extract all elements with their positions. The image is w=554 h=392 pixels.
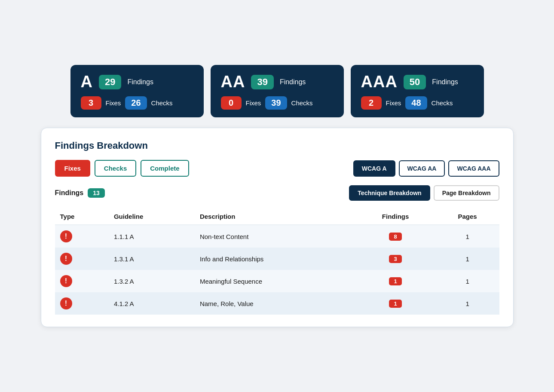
filter-row: Fixes Checks Complete WCAG A WCAG AA WCA… [55,160,499,177]
card-top-aaa: AAA 50 Findings [361,73,474,91]
col-header-guideline: Guideline [109,208,195,225]
exclamation-icon-2: ! [60,275,72,287]
complete-button[interactable]: Complete [141,160,189,177]
findings-count-row: Findings 13 Technique Breakdown Page Bre… [55,185,499,201]
card-findings-label-a: Findings [127,78,153,86]
row-type-0: ! [55,225,109,248]
table-row: ! 1.3.1 A Info and Relationships 3 1 [55,248,499,270]
wcag-aa-button[interactable]: WCAG AA [399,160,445,177]
findings-count-left: Findings 13 [55,188,105,198]
card-checks-aa: 39 [265,96,287,110]
row-guideline-3: 4.1.2 A [109,292,195,315]
findings-panel: Findings Breakdown Fixes Checks Complete… [41,128,514,327]
col-header-type: Type [55,208,109,225]
card-grade-a: A [81,73,93,91]
row-findings-3: 1 [355,292,435,315]
card-findings-badge-aa: 39 [251,75,273,89]
row-pages-0: 1 [436,225,499,248]
table-row: ! 1.1.1 A Non-text Content 8 1 [55,225,499,248]
fixes-button[interactable]: Fixes [55,160,90,177]
summary-card-aaa: AAA 50 Findings 2 Fixes 48 Checks [351,65,484,117]
page-breakdown-button[interactable]: Page Breakdown [434,185,499,201]
finding-count-badge-0: 8 [389,233,402,241]
card-findings-label-aaa: Findings [432,78,458,86]
summary-card-aa: AA 39 Findings 0 Fixes 39 Checks [211,65,344,117]
row-description-3: Name, Role, Value [195,292,355,315]
panel-title: Findings Breakdown [55,140,499,151]
wcag-a-button[interactable]: WCAG A [353,160,395,177]
table-row: ! 1.3.2 A Meaningful Sequence 1 1 [55,270,499,292]
summary-cards: A 29 Findings 3 Fixes 26 Checks AA 39 Fi… [41,65,514,117]
row-description-2: Meaningful Sequence [195,270,355,292]
table-header-row: Type Guideline Description Findings Page… [55,208,499,225]
card-findings-badge-a: 29 [99,75,121,89]
card-fixes-a: 3 [81,96,101,110]
row-findings-2: 1 [355,270,435,292]
card-findings-badge-aaa: 50 [404,75,426,89]
row-type-2: ! [55,270,109,292]
card-checks-label-aa: Checks [291,99,313,107]
card-fixes-label-aaa: Fixes [386,99,401,107]
card-fixes-aa: 0 [221,96,242,110]
row-guideline-0: 1.1.1 A [109,225,195,248]
row-guideline-1: 1.3.1 A [109,248,195,270]
exclamation-icon-1: ! [60,253,72,265]
row-description-1: Info and Relationships [195,248,355,270]
card-grade-aaa: AAA [361,73,398,91]
row-type-1: ! [55,248,109,270]
findings-count-badge: 13 [88,188,105,198]
row-pages-1: 1 [436,248,499,270]
card-findings-label-aa: Findings [280,78,306,86]
card-bottom-aaa: 2 Fixes 48 Checks [361,96,474,110]
filter-right: WCAG A WCAG AA WCAG AAA [353,160,499,177]
summary-card-a: A 29 Findings 3 Fixes 26 Checks [70,65,204,117]
card-bottom-aa: 0 Fixes 39 Checks [221,96,334,110]
col-header-description: Description [195,208,355,225]
card-checks-a: 26 [125,96,147,110]
finding-count-badge-1: 3 [389,255,402,263]
row-type-3: ! [55,292,109,315]
row-findings-1: 3 [355,248,435,270]
findings-label: Findings [55,189,84,197]
wcag-aaa-button[interactable]: WCAG AAA [448,160,499,177]
technique-breakdown-button[interactable]: Technique Breakdown [349,185,430,201]
row-description-0: Non-text Content [195,225,355,248]
card-bottom-a: 3 Fixes 26 Checks [81,96,193,110]
card-top-aa: AA 39 Findings [221,73,334,91]
finding-count-badge-3: 1 [389,300,402,308]
row-guideline-2: 1.3.2 A [109,270,195,292]
card-fixes-label-aa: Fixes [246,99,261,107]
col-header-pages: Pages [436,208,499,225]
finding-count-badge-2: 1 [389,277,402,285]
card-checks-label-aaa: Checks [432,99,453,107]
filter-left: Fixes Checks Complete [55,160,189,177]
row-pages-2: 1 [436,270,499,292]
card-checks-aaa: 48 [405,96,427,110]
breakdown-btns: Technique Breakdown Page Breakdown [349,185,499,201]
card-checks-label-a: Checks [151,99,173,107]
row-pages-3: 1 [436,292,499,315]
exclamation-icon-0: ! [60,230,72,242]
card-top-a: A 29 Findings [81,73,193,91]
findings-table: Type Guideline Description Findings Page… [55,208,499,315]
card-grade-aa: AA [221,73,245,91]
page-wrapper: A 29 Findings 3 Fixes 26 Checks AA 39 Fi… [41,65,514,327]
row-findings-0: 8 [355,225,435,248]
exclamation-icon-3: ! [60,297,72,309]
checks-button[interactable]: Checks [95,160,136,177]
col-header-findings: Findings [355,208,435,225]
card-fixes-aaa: 2 [361,96,382,110]
table-row: ! 4.1.2 A Name, Role, Value 1 1 [55,292,499,315]
card-fixes-label-a: Fixes [106,99,121,107]
